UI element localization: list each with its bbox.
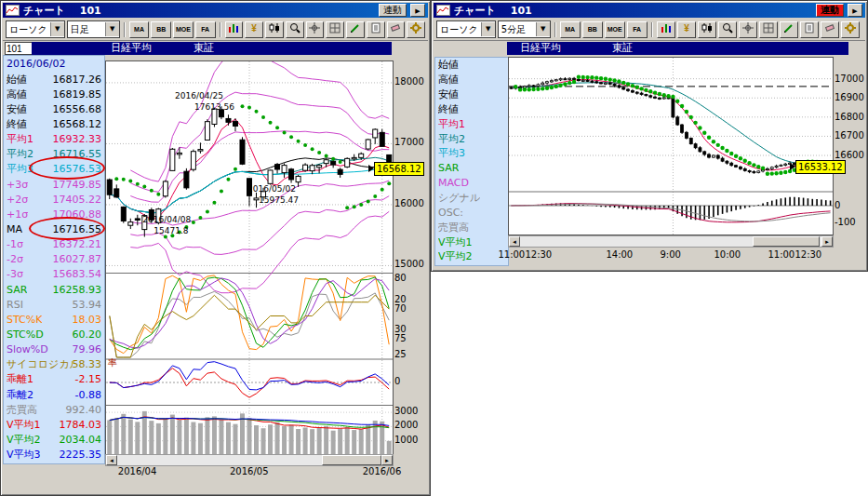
scroll-left-button[interactable]: ◄ — [509, 236, 520, 247]
indicator-button[interactable] — [657, 21, 675, 38]
chart-type-select[interactable]: ローソク▼ — [6, 20, 65, 38]
pencil-button[interactable] — [780, 21, 798, 38]
bb-button[interactable]: BB — [582, 21, 603, 38]
code-input[interactable] — [5, 42, 33, 55]
memo-button[interactable] — [367, 21, 385, 38]
pencil-button[interactable] — [346, 21, 365, 38]
quote-value: 16568.12 — [53, 118, 102, 130]
svg-text:15975.47: 15975.47 — [259, 195, 299, 205]
quote-row: 始値16817.26 — [4, 72, 104, 87]
fa-button[interactable]: FA — [627, 21, 648, 38]
memo-button[interactable] — [800, 21, 819, 38]
x-axis-label: 2016/04 — [118, 466, 157, 476]
zoom-button[interactable] — [718, 21, 737, 38]
quote-label: 始値 — [7, 73, 27, 87]
quote-value: 2225.35 — [60, 449, 102, 461]
indicator-icon — [228, 22, 239, 36]
fa-button[interactable]: FA — [195, 21, 216, 38]
quote-label: +2σ — [7, 194, 28, 206]
chart-header-bar: 日経平均 東証 — [507, 42, 848, 55]
quote-label: V平均1 — [7, 418, 41, 432]
titlebar-arrow-button[interactable]: ▶ — [848, 4, 862, 17]
instrument-name: 日経平均 — [520, 42, 561, 55]
grid-icon — [763, 22, 774, 36]
ma-button[interactable]: MA — [129, 21, 150, 38]
quote-row: STC%K18.03 — [4, 312, 104, 327]
eraser-button[interactable] — [821, 21, 839, 38]
quote-row: 平均3 — [435, 146, 508, 161]
eraser-button[interactable] — [387, 21, 406, 38]
quote-value: 16932.33 — [53, 133, 102, 145]
y-axis-label: 3000 — [394, 406, 418, 416]
crosshair-button[interactable] — [739, 21, 757, 38]
horizontal-scrollbar[interactable]: ◄ ► — [105, 454, 394, 466]
quote-row: V平均2 — [435, 249, 508, 264]
period-select[interactable]: 5分足▼ — [498, 20, 551, 38]
candle-button[interactable] — [265, 21, 284, 38]
period-select[interactable]: 日足▼ — [67, 20, 120, 38]
y-axis-label: 30 — [394, 324, 407, 334]
pencil-icon — [350, 22, 361, 36]
quote-label: 平均2 — [7, 147, 33, 161]
candle-icon — [701, 22, 713, 36]
ma-button[interactable]: MA — [560, 21, 581, 38]
quote-panel: 始値高値安値終値平均1平均2平均3SARMACDシグナルOSC:売買高V平均1V… — [434, 57, 509, 266]
window-titlebar[interactable]: チャート 101 連動 ▶ — [434, 3, 865, 18]
grid-button[interactable] — [759, 21, 778, 38]
memo-icon — [804, 22, 815, 36]
gear-button[interactable] — [841, 21, 860, 38]
memo-icon — [370, 22, 381, 36]
moe-button[interactable]: MOE — [605, 21, 625, 38]
y-axis-label: 0 — [835, 200, 840, 210]
quote-value: 15683.54 — [53, 268, 102, 280]
svg-text:15471.8: 15471.8 — [154, 226, 188, 235]
x-axis-label: 12:30 — [795, 249, 821, 260]
quote-label: SAR — [7, 284, 27, 296]
date-label: 2016/06/02 — [4, 56, 104, 72]
last-price-value: 16568.12 — [374, 162, 424, 176]
sync-button[interactable]: 連動 — [816, 4, 844, 17]
quote-label: シグナル — [438, 191, 480, 205]
yen-button[interactable]: ¥ — [677, 21, 696, 38]
intraday-chart-canvas[interactable] — [508, 57, 834, 235]
indicator-button[interactable] — [225, 21, 244, 38]
quote-row: 安値16556.68 — [4, 101, 104, 116]
titlebar-arrow-button[interactable]: ▶ — [410, 4, 425, 17]
grid-icon — [329, 22, 341, 36]
y-axis-label: 16700 — [835, 130, 864, 141]
gear-button[interactable] — [407, 21, 425, 38]
zoom-icon — [722, 22, 733, 36]
crosshair-button[interactable] — [306, 21, 325, 38]
quote-value: 1784.03 — [60, 419, 102, 431]
bb-button[interactable]: BB — [151, 21, 171, 38]
quote-label: 売買高 — [7, 403, 37, 417]
quote-value: 17749.85 — [53, 179, 102, 191]
y-axis-label: 25 — [394, 349, 407, 359]
daily-chart-canvas[interactable]: 2016/04/2517613.562016/04/0815471.82016/… — [105, 60, 394, 456]
quote-value: 16027.87 — [53, 253, 102, 265]
zoom-button[interactable] — [286, 21, 304, 38]
grid-button[interactable] — [326, 21, 344, 38]
scrollbar-thumb[interactable] — [753, 236, 820, 247]
yen-button[interactable]: ¥ — [245, 21, 263, 38]
sync-button[interactable]: 連動 — [379, 4, 407, 17]
chart-header-bar: 日経平均 東証 — [32, 42, 392, 55]
window-title-code: 101 — [80, 5, 101, 17]
gear-icon — [410, 22, 421, 36]
moe-button[interactable]: MOE — [173, 21, 194, 38]
quote-label: 売買高 — [438, 221, 469, 235]
indicator-icon — [661, 22, 672, 36]
horizontal-scrollbar[interactable]: ◄ ► — [508, 235, 834, 248]
y-axis-label: 75 — [394, 333, 407, 343]
scrollbar-thumb[interactable] — [322, 455, 381, 465]
candle-button[interactable] — [698, 21, 716, 38]
window-title: チャート — [23, 4, 65, 18]
scroll-left-button[interactable]: ◄ — [106, 455, 117, 465]
scroll-right-button[interactable]: ► — [821, 236, 833, 247]
window-titlebar[interactable]: チャート 101 連動 ▶ — [3, 3, 428, 18]
svg-text:2016/04/08: 2016/04/08 — [142, 215, 191, 224]
toolbar-separator — [651, 22, 653, 37]
crosshair-icon — [309, 22, 320, 36]
chart-type-select[interactable]: ローソク▼ — [436, 20, 496, 38]
scroll-right-button[interactable]: ► — [381, 455, 393, 465]
